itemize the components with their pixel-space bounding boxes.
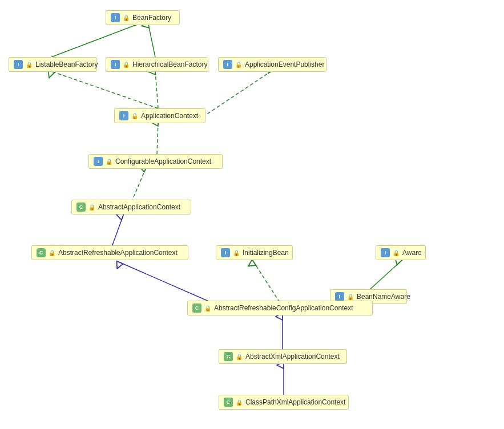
- svg-line-11: [120, 262, 211, 302]
- node-icon: 🔒: [233, 250, 240, 256]
- node-label: ConfigurableApplicationContext: [115, 157, 211, 165]
- badge-class: C: [224, 398, 233, 407]
- node-icon: 🔒: [123, 15, 130, 21]
- svg-line-10: [111, 217, 123, 248]
- node-label: ApplicationContext: [141, 112, 198, 120]
- node-application-context[interactable]: I 🔒 ApplicationContext: [114, 108, 205, 123]
- node-hierarchical-bean-factory[interactable]: I 🔒 HierarchicalBeanFactory: [106, 57, 208, 72]
- node-bean-factory[interactable]: I 🔒 BeanFactory: [106, 10, 180, 25]
- node-label: AbstractXmlApplicationContext: [245, 353, 340, 361]
- node-label: Aware: [402, 249, 422, 257]
- badge-interface: I: [335, 292, 344, 301]
- node-listable-bean-factory[interactable]: I 🔒 ListableBeanFactory: [9, 57, 97, 72]
- node-label: AbstractRefreshableConfigApplicationCont…: [214, 304, 353, 312]
- node-icon: 🔒: [106, 159, 112, 165]
- svg-line-6: [155, 71, 158, 108]
- node-abstract-xml-application-context[interactable]: C 🔒 AbstractXmlApplicationContext: [219, 349, 347, 364]
- diagram-container: I 🔒 BeanFactory I 🔒 ListableBeanFactory …: [0, 0, 504, 429]
- node-label: ListableBeanFactory: [35, 60, 98, 68]
- node-label: AbstractApplicationContext: [98, 203, 180, 211]
- node-label: ApplicationEventPublisher: [245, 60, 324, 68]
- node-class-path-xml-application-context[interactable]: C 🔒 ClassPathXmlApplicationContext: [219, 395, 349, 410]
- node-label: HierarchicalBeanFactory: [132, 60, 207, 68]
- node-label: AbstractRefreshableApplicationContext: [58, 249, 178, 257]
- svg-line-8: [157, 123, 158, 154]
- badge-interface: I: [111, 13, 120, 22]
- badge-class: C: [37, 248, 46, 257]
- node-application-event-publisher[interactable]: I 🔒 ApplicationEventPublisher: [218, 57, 326, 72]
- node-icon: 🔒: [49, 250, 55, 256]
- node-icon: 🔒: [26, 62, 33, 68]
- node-aware[interactable]: I 🔒 Aware: [376, 245, 426, 260]
- node-configurable-application-context[interactable]: I 🔒 ConfigurableApplicationContext: [88, 154, 223, 169]
- node-abstract-refreshable-application-context[interactable]: C 🔒 AbstractRefreshableApplicationContex…: [31, 245, 188, 260]
- badge-interface: I: [119, 111, 128, 120]
- svg-line-4: [148, 25, 155, 57]
- svg-line-9: [131, 169, 146, 203]
- node-label: InitializingBean: [243, 249, 289, 257]
- svg-line-3: [51, 25, 137, 57]
- node-label: ClassPathXmlApplicationContext: [245, 398, 345, 406]
- node-label: BeanFactory: [132, 14, 171, 22]
- node-icon: 🔒: [393, 250, 400, 256]
- node-initializing-bean[interactable]: I 🔒 InitializingBean: [216, 245, 293, 260]
- svg-line-7: [203, 71, 271, 117]
- badge-interface: I: [111, 60, 120, 69]
- badge-interface: I: [223, 60, 232, 69]
- node-icon: 🔒: [236, 399, 243, 406]
- node-icon: 🔒: [88, 204, 95, 211]
- node-icon: 🔒: [347, 294, 354, 300]
- svg-line-12: [254, 262, 280, 302]
- node-abstract-application-context[interactable]: C 🔒 AbstractApplicationContext: [71, 200, 191, 214]
- node-icon: 🔒: [236, 354, 243, 360]
- node-icon: 🔒: [123, 62, 130, 68]
- badge-interface: I: [221, 248, 230, 257]
- badge-class: C: [192, 303, 201, 313]
- badge-class: C: [76, 203, 86, 212]
- node-icon: 🔒: [131, 113, 138, 119]
- badge-interface: I: [14, 60, 23, 69]
- badge-interface: I: [94, 157, 103, 166]
- node-icon: 🔒: [235, 62, 242, 68]
- svg-line-5: [51, 71, 158, 108]
- node-icon: 🔒: [204, 305, 211, 311]
- badge-class: C: [224, 352, 233, 361]
- svg-line-14: [368, 262, 400, 291]
- node-abstract-refreshable-config-application-context[interactable]: C 🔒 AbstractRefreshableConfigApplication…: [187, 301, 373, 315]
- badge-interface: I: [381, 248, 390, 257]
- node-label: BeanNameAware: [357, 293, 410, 301]
